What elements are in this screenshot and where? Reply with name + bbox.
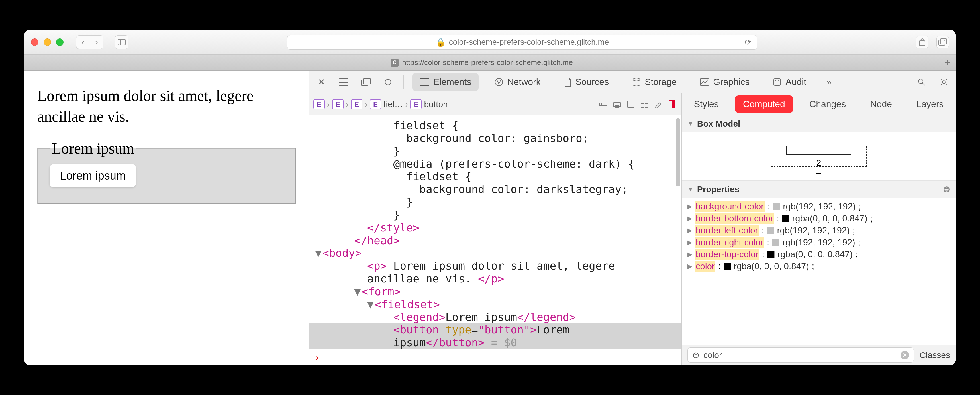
box-model-header[interactable]: ▼ Box Model <box>682 115 956 132</box>
tab-node[interactable]: Node <box>862 96 900 113</box>
storage-icon <box>632 78 641 86</box>
property-value: rgba(0, 0, 0, 0.847) <box>792 213 867 224</box>
tab-bar: C https://color-scheme-prefers-color-sch… <box>24 55 956 71</box>
lorem-button[interactable]: Lorem ipsum <box>49 164 136 187</box>
dock-side-icon[interactable] <box>337 75 350 89</box>
property-row[interactable]: ▶border-right-color: rgb(192, 192, 192); <box>687 237 950 248</box>
paint-icon[interactable] <box>652 99 664 110</box>
svg-point-24 <box>942 81 945 83</box>
device-icon[interactable] <box>625 99 636 110</box>
dock-window-icon[interactable] <box>359 75 372 89</box>
grid-icon[interactable] <box>639 99 650 110</box>
close-devtools-button[interactable]: ✕ <box>315 75 328 89</box>
styles-panel-tabs: Styles Computed Changes Node Layers <box>682 94 956 115</box>
devtools-toolbar: ✕ Elements Network Sources <box>309 71 956 94</box>
dom-tree[interactable]: fieldset { background-color: gainsboro; … <box>309 115 681 349</box>
svg-rect-8 <box>361 80 368 86</box>
crumb-button[interactable]: button <box>424 99 447 109</box>
browser-tab[interactable]: C https://color-scheme-prefers-color-sch… <box>24 55 939 70</box>
properties-header[interactable]: ▼ Properties ⊜ <box>682 181 956 198</box>
classes-button[interactable]: Classes <box>920 350 950 360</box>
tab-storage-label: Storage <box>645 76 676 87</box>
dom-panel: E› E› E› E fiel…› E button <box>309 94 682 365</box>
tab-storage[interactable]: Storage <box>625 73 684 91</box>
target-icon[interactable] <box>381 75 395 89</box>
color-swatch[interactable] <box>767 227 774 234</box>
box-model-diagram[interactable]: ––– 2 – <box>682 132 956 181</box>
chevron-icon: › <box>365 99 368 109</box>
chevron-icon: › <box>346 99 349 109</box>
property-name: border-bottom-color <box>695 213 774 224</box>
disclosure-triangle-icon: ▼ <box>687 120 694 127</box>
window-controls <box>31 38 64 46</box>
rulers-icon[interactable] <box>598 99 609 110</box>
svg-rect-32 <box>627 101 634 108</box>
tab-audit[interactable]: Audit <box>765 73 814 91</box>
chevron-icon: › <box>327 99 330 109</box>
properties-label: Properties <box>697 185 739 194</box>
maximize-window-button[interactable] <box>56 38 64 46</box>
tab-network-label: Network <box>507 76 541 87</box>
devtools-body: E› E› E› E fiel…› E button <box>309 94 956 365</box>
svg-rect-38 <box>672 100 675 108</box>
back-button[interactable]: ‹ <box>76 35 90 49</box>
clear-filter-button[interactable]: ✕ <box>900 351 909 359</box>
tab-layers[interactable]: Layers <box>908 96 951 113</box>
reload-button[interactable]: ⟳ <box>745 38 751 47</box>
filter-input[interactable]: ⊜ color ✕ <box>687 347 914 363</box>
sidebar-toggle-button[interactable] <box>115 35 129 49</box>
color-swatch[interactable] <box>772 239 780 246</box>
crumb-e[interactable]: E <box>313 99 325 110</box>
disclosure-triangle-icon: ▶ <box>687 215 692 222</box>
forward-button[interactable]: › <box>90 35 103 49</box>
search-icon[interactable] <box>915 75 928 89</box>
titlebar-right-icons <box>916 36 949 48</box>
color-swatch[interactable] <box>767 251 775 258</box>
scrollbar[interactable] <box>676 118 680 186</box>
property-row[interactable]: ▶border-bottom-color: rgba(0, 0, 0, 0.84… <box>687 213 950 225</box>
property-row[interactable]: ▶background-color: rgb(192, 192, 192); <box>687 201 950 213</box>
tab-elements[interactable]: Elements <box>412 73 479 91</box>
separator <box>403 75 404 89</box>
chevron-icon: › <box>405 99 408 109</box>
tab-graphics[interactable]: Graphics <box>692 73 757 91</box>
share-button[interactable] <box>916 36 928 48</box>
compositing-icon[interactable] <box>666 99 678 110</box>
minimize-window-button[interactable] <box>44 38 51 46</box>
crumb-fieldset[interactable]: fiel… <box>383 99 403 109</box>
address-bar[interactable]: 🔒 color-scheme-prefers-color-scheme.glit… <box>287 35 757 49</box>
property-row[interactable]: ▶border-left-color: rgb(192, 192, 192); <box>687 225 950 237</box>
tab-network[interactable]: Network <box>487 73 548 91</box>
svg-rect-15 <box>420 78 429 86</box>
property-row[interactable]: ▶border-top-color: rgba(0, 0, 0, 0.847); <box>687 248 950 261</box>
color-swatch[interactable] <box>782 215 789 222</box>
print-icon[interactable] <box>611 99 623 110</box>
property-row[interactable]: ▶color: rgba(0, 0, 0, 0.847); <box>687 261 950 272</box>
tab-changes[interactable]: Changes <box>801 96 854 113</box>
property-name: color <box>695 261 715 272</box>
filter-icon[interactable]: ⊜ <box>943 184 950 194</box>
color-swatch[interactable] <box>724 263 731 270</box>
tabs-button[interactable] <box>936 36 949 48</box>
tab-styles[interactable]: Styles <box>686 96 727 113</box>
property-name: border-left-color <box>695 225 759 236</box>
disclosure-triangle-icon: ▶ <box>687 203 692 210</box>
lock-icon: 🔒 <box>436 38 445 47</box>
crumb-e[interactable]: E <box>332 99 344 110</box>
close-window-button[interactable] <box>31 38 38 46</box>
titlebar: ‹ › 🔒 color-scheme-prefers-color-scheme.… <box>24 30 956 55</box>
tab-sources[interactable]: Sources <box>557 73 616 91</box>
overflow-icon[interactable]: » <box>822 75 836 89</box>
svg-point-19 <box>633 78 640 81</box>
graphics-icon <box>700 78 709 86</box>
svg-rect-35 <box>641 105 644 108</box>
new-tab-button[interactable]: + <box>939 55 956 70</box>
box-model-label: Box Model <box>697 119 740 129</box>
color-swatch[interactable] <box>773 203 780 210</box>
settings-icon[interactable] <box>937 75 951 89</box>
crumb-e[interactable]: E <box>351 99 363 110</box>
crumb-e[interactable]: E <box>410 99 422 110</box>
tab-computed[interactable]: Computed <box>735 96 793 113</box>
console-prompt[interactable]: › <box>309 349 681 365</box>
crumb-e[interactable]: E <box>370 99 381 110</box>
